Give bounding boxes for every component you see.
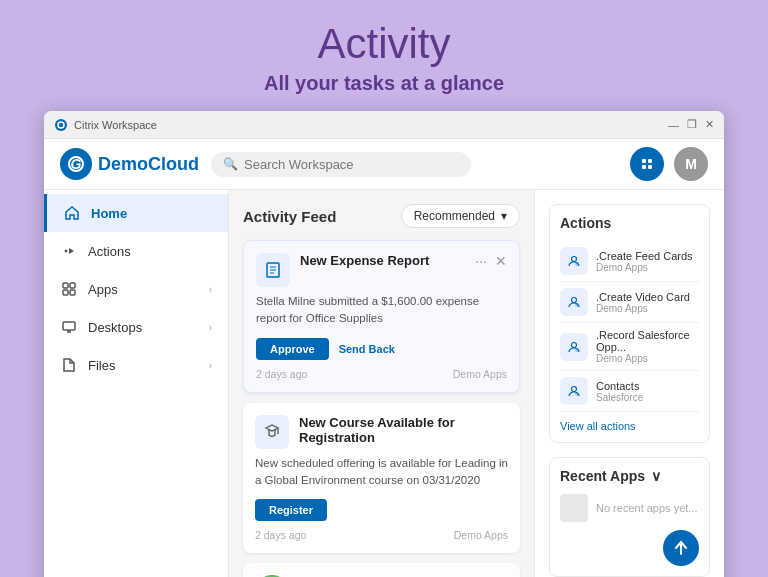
no-recent-text: No recent apps yet...	[596, 494, 698, 522]
action-icon	[560, 377, 588, 405]
course-icon	[255, 415, 289, 449]
action-name: .Create Video Card	[596, 291, 699, 303]
svg-point-6	[65, 250, 68, 253]
sidebar-label-home: Home	[91, 206, 127, 221]
sidebar-item-home[interactable]: Home	[44, 194, 228, 232]
action-item[interactable]: Contacts Salesforce	[560, 371, 699, 412]
notifications-avatar[interactable]	[630, 147, 664, 181]
svg-point-13	[572, 257, 577, 262]
app-body: Home Actions	[44, 190, 724, 577]
svg-point-0	[55, 119, 67, 131]
feed-title: Activity Feed	[243, 208, 336, 225]
svg-rect-5	[648, 165, 652, 169]
recent-apps-chevron-icon: ∨	[651, 468, 661, 484]
sidebar: Home Actions	[44, 190, 229, 577]
svg-rect-10	[70, 290, 75, 295]
action-source: Demo Apps	[596, 353, 699, 364]
app-window: Citrix Workspace — ❐ ✕ G DemoCloud 🔍	[44, 111, 724, 577]
card-title-course: New Course Available for Registration	[299, 415, 508, 445]
maximize-button[interactable]: ❐	[687, 118, 697, 131]
citrix-logo: citrix	[44, 571, 228, 577]
svg-rect-8	[70, 283, 75, 288]
card-footer-course: 2 days ago Demo Apps	[255, 529, 508, 541]
action-source: Demo Apps	[596, 262, 699, 273]
card-actions-course: Register	[255, 499, 508, 521]
action-item[interactable]: .Create Feed Cards Demo Apps	[560, 241, 699, 282]
view-all-actions-link[interactable]: View all actions	[560, 420, 699, 432]
actions-panel-title: Actions	[560, 215, 699, 231]
search-input[interactable]	[244, 157, 459, 172]
action-source: Demo Apps	[596, 303, 699, 314]
app-header: G DemoCloud 🔍 M	[44, 139, 724, 190]
card-menu-expense: ··· ✕	[475, 253, 507, 269]
sidebar-item-files[interactable]: Files ›	[44, 346, 228, 384]
app-icon	[54, 118, 68, 132]
feed-card-expense: New Expense Report ··· ✕ Stella Milne su…	[243, 240, 520, 393]
recent-app-placeholder	[560, 494, 588, 522]
sidebar-label-desktops: Desktops	[88, 320, 142, 335]
svg-point-19	[572, 387, 577, 392]
action-name: .Record Salesforce Opp...	[596, 329, 699, 353]
logo-area: G DemoCloud	[60, 148, 199, 180]
svg-rect-2	[642, 159, 646, 163]
close-button[interactable]: ✕	[705, 118, 714, 131]
actions-icon	[60, 242, 78, 260]
action-icon	[560, 247, 588, 275]
svg-rect-3	[648, 159, 652, 163]
action-icon	[560, 288, 588, 316]
sendback-button[interactable]: Send Back	[339, 343, 395, 355]
feed-header: Activity Feed Recommended ▾	[243, 204, 520, 228]
recent-apps-box: Recent Apps ∨ No recent apps yet...	[549, 457, 710, 577]
svg-point-17	[572, 342, 577, 347]
desktops-icon	[60, 318, 78, 336]
sidebar-label-files: Files	[88, 358, 115, 373]
svg-point-16	[575, 303, 579, 307]
action-text: .Create Video Card Demo Apps	[596, 291, 699, 314]
card-footer-expense: 2 days ago Demo Apps	[256, 368, 507, 380]
desktops-chevron-icon: ›	[209, 322, 212, 333]
page-subtitle: All your tasks at a glance	[264, 72, 504, 95]
card-desc-expense: Stella Milne submitted a $1,600.00 expen…	[256, 293, 507, 328]
sidebar-item-apps[interactable]: Apps ›	[44, 270, 228, 308]
window-controls[interactable]: — ❐ ✕	[668, 118, 714, 131]
sidebar-item-actions[interactable]: Actions	[44, 232, 228, 270]
action-text: .Create Feed Cards Demo Apps	[596, 250, 699, 273]
action-text: .Record Salesforce Opp... Demo Apps	[596, 329, 699, 364]
sidebar-label-actions: Actions	[88, 244, 131, 259]
filter-label: Recommended	[414, 209, 495, 223]
card-header-course: New Course Available for Registration	[255, 415, 508, 449]
header-actions: M	[630, 147, 708, 181]
approve-button[interactable]: Approve	[256, 338, 329, 360]
apps-icon	[60, 280, 78, 298]
svg-point-18	[575, 348, 579, 352]
recent-apps-header[interactable]: Recent Apps ∨	[560, 468, 699, 484]
card-header-expense: New Expense Report ··· ✕	[256, 253, 507, 287]
action-items-list: .Create Feed Cards Demo Apps .Create Vid…	[560, 241, 699, 412]
svg-point-15	[572, 298, 577, 303]
card-title-expense: New Expense Report	[300, 253, 465, 268]
svg-rect-7	[63, 283, 68, 288]
action-name: Contacts	[596, 380, 699, 392]
card-close-icon[interactable]: ✕	[495, 253, 507, 269]
card-timestamp-course: 2 days ago	[255, 529, 306, 541]
svg-point-20	[575, 392, 579, 396]
main-content: Activity Feed Recommended ▾	[229, 190, 724, 577]
logo-icon: G	[60, 148, 92, 180]
card-more-icon[interactable]: ···	[475, 253, 487, 269]
filter-dropdown[interactable]: Recommended ▾	[401, 204, 520, 228]
action-text: Contacts Salesforce	[596, 380, 699, 403]
titlebar: Citrix Workspace — ❐ ✕	[44, 111, 724, 139]
minimize-button[interactable]: —	[668, 118, 679, 131]
svg-rect-11	[63, 322, 75, 330]
sidebar-item-desktops[interactable]: Desktops ›	[44, 308, 228, 346]
register-button[interactable]: Register	[255, 499, 327, 521]
recent-apps-title: Recent Apps	[560, 468, 645, 484]
action-item[interactable]: .Create Video Card Demo Apps	[560, 282, 699, 323]
activity-feed: Activity Feed Recommended ▾	[229, 190, 534, 577]
action-icon	[560, 333, 588, 361]
action-item[interactable]: .Record Salesforce Opp... Demo Apps	[560, 323, 699, 371]
search-bar[interactable]: 🔍	[211, 152, 471, 177]
feed-card-video: ✓ Our Story, New Video! Your opinion mat…	[243, 563, 520, 577]
fab-button[interactable]	[663, 530, 699, 566]
user-avatar[interactable]: M	[674, 147, 708, 181]
